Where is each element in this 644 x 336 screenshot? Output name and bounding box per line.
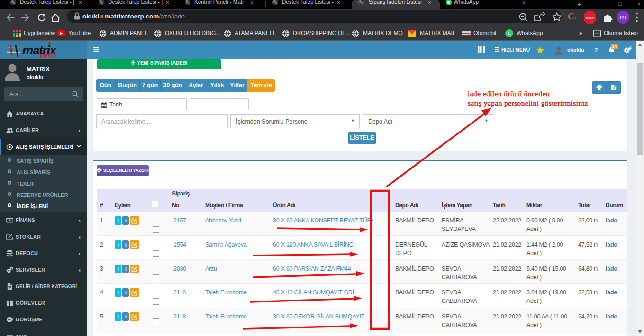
svg-text:i: i	[118, 218, 119, 223]
svg-text:i: i	[125, 314, 127, 319]
svg-text:i: i	[118, 266, 119, 272]
svg-text:i: i	[118, 242, 119, 248]
svg-text:i: i	[125, 218, 127, 223]
svg-text:i: i	[118, 290, 119, 295]
svg-text:i: i	[125, 266, 127, 272]
svg-text:x: x	[613, 86, 615, 89]
svg-text:i: i	[125, 290, 127, 295]
svg-text:i: i	[125, 242, 127, 248]
svg-text:i: i	[118, 314, 119, 319]
svg-text:ABP: ABP	[585, 16, 594, 20]
